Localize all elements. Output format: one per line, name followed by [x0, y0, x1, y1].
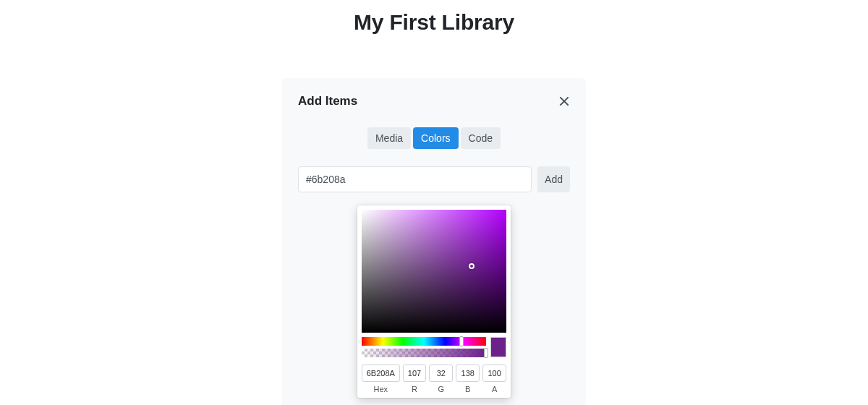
- tab-colors[interactable]: Colors: [413, 127, 458, 149]
- picker-fields: Hex R G B A: [362, 364, 506, 393]
- alpha-slider[interactable]: [362, 349, 486, 357]
- alpha-handle[interactable]: [484, 348, 488, 358]
- add-items-modal: Add Items Media Colors Code Add: [282, 78, 586, 405]
- field-b: B: [456, 364, 480, 393]
- g-field-input[interactable]: [429, 364, 453, 382]
- color-hex-input[interactable]: [298, 166, 532, 192]
- field-r: R: [403, 364, 427, 393]
- tab-media[interactable]: Media: [367, 127, 411, 149]
- a-field-input[interactable]: [482, 364, 506, 382]
- b-field-input[interactable]: [456, 364, 480, 382]
- page-title: My First Library: [0, 0, 868, 35]
- color-picker: Hex R G B A: [357, 205, 511, 398]
- modal-header: Add Items: [298, 94, 570, 108]
- picker-sliders: [362, 337, 506, 357]
- field-a: A: [482, 364, 506, 393]
- field-g: G: [429, 364, 453, 393]
- hex-field-label: Hex: [362, 385, 400, 393]
- saturation-area[interactable]: [362, 210, 506, 333]
- tab-code[interactable]: Code: [461, 127, 501, 149]
- a-field-label: A: [482, 385, 506, 393]
- modal-title: Add Items: [298, 94, 357, 108]
- item-type-tabs: Media Colors Code: [298, 127, 570, 149]
- r-field-input[interactable]: [403, 364, 427, 382]
- slider-column: [362, 337, 486, 357]
- color-input-row: Add: [298, 166, 570, 192]
- hex-field-input[interactable]: [362, 364, 400, 382]
- saturation-cursor[interactable]: [469, 263, 475, 269]
- b-field-label: B: [456, 385, 480, 393]
- hue-slider[interactable]: [362, 337, 486, 346]
- field-hex: Hex: [362, 364, 400, 393]
- g-field-label: G: [429, 385, 453, 393]
- r-field-label: R: [403, 385, 427, 393]
- hue-handle[interactable]: [459, 336, 464, 346]
- alpha-gradient: [362, 349, 486, 357]
- add-button[interactable]: Add: [537, 166, 570, 192]
- close-icon[interactable]: [558, 95, 570, 107]
- color-swatch: [490, 337, 506, 357]
